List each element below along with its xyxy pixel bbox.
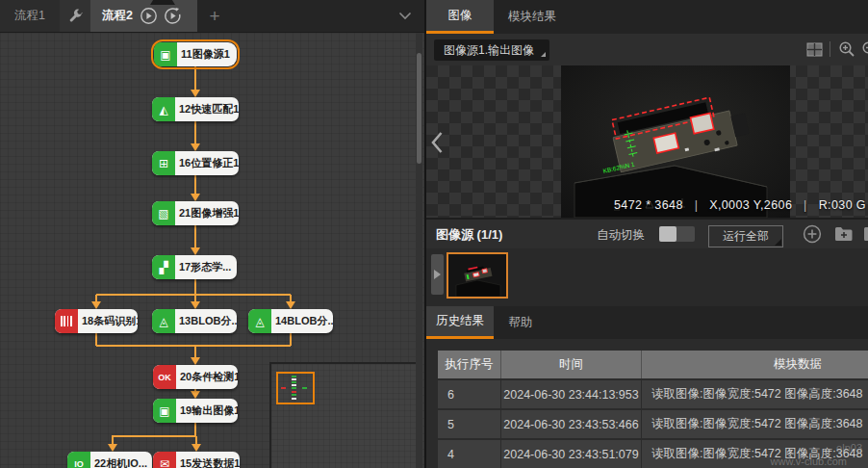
tab-help-label: 帮助 — [509, 315, 533, 331]
prev-image-chevron-icon[interactable] — [430, 131, 444, 154]
flow-node-label: 13BLOB分... — [175, 314, 237, 328]
thumbnail-strip — [426, 248, 868, 306]
tab-flow2[interactable]: 流程2 — [90, 0, 197, 32]
quad-view-icon[interactable] — [806, 42, 823, 57]
watermark-line1: oln03 — [836, 442, 862, 454]
toolbar-divider — [830, 41, 830, 57]
inspection-photo: KB:62%N 1 — [561, 65, 790, 218]
flow-canvas[interactable]: ▣ 11图像源1 ◭ 12快速匹配1 ⊞ 16位置修正1 ▧ 21图像增强1 ▞… — [0, 33, 424, 468]
strip-expander-button[interactable] — [431, 254, 444, 295]
image-source-dropdown[interactable]: 图像源1.输出图像 — [434, 39, 549, 61]
column-header-seq: 执行序号 — [438, 351, 501, 378]
table-header-row: 执行序号 时间 模块数据 — [438, 351, 868, 378]
plus-icon: + — [209, 6, 219, 27]
flow-tab-bar: 流程1 流程2 + — [0, 0, 424, 33]
flow-node-label: 16位置修正1 — [175, 156, 239, 170]
clipped-folder-icon[interactable] — [863, 225, 868, 242]
flow-node-camera-io[interactable]: IO 22相机IO... — [67, 452, 152, 468]
minimap-viewport[interactable] — [276, 372, 315, 404]
run-all-label: 运行全部 — [723, 228, 769, 245]
watermark-line2: www.v-club.com — [771, 455, 847, 467]
tab-flow1[interactable]: 流程1 — [0, 0, 60, 32]
cell-seq: 4 — [438, 440, 501, 468]
image-source-bar: 图像源 (1/1) 自动切换 运行全部 — [426, 220, 868, 248]
tab-flow2-label: 流程2 — [102, 8, 133, 24]
tab-help[interactable]: 帮助 — [494, 306, 548, 339]
status-resolution: 5472 * 3648 — [614, 198, 683, 212]
zoom-out-icon[interactable] — [861, 40, 868, 58]
run-loop-icon[interactable] — [164, 7, 182, 25]
thumbnail-preview — [448, 254, 506, 297]
flow-node-label: 14BLOB分... — [271, 314, 333, 328]
vision-app-window: 流程1 流程2 + — [0, 0, 868, 468]
tab-history-results[interactable]: 历史结果 — [426, 306, 494, 339]
run-once-icon[interactable] — [140, 7, 158, 25]
flow-node-label: 17形态学... — [175, 260, 235, 274]
cell-seq: 5 — [438, 410, 501, 438]
flow-node-blob1[interactable]: ◬ 13BLOB分... — [152, 309, 237, 333]
tab-image[interactable]: 图像 — [426, 0, 494, 34]
flow-node-image-source[interactable]: ▣ 11图像源1 — [154, 42, 237, 66]
run-all-corner — [775, 239, 781, 246]
flow-node-morphology[interactable]: ▞ 17形态学... — [152, 255, 237, 279]
run-all-button[interactable]: 运行全部 — [708, 225, 783, 247]
flow-node-position-fix[interactable]: ⊞ 16位置修正1 — [152, 151, 239, 175]
camera-io-icon: IO — [67, 452, 90, 468]
image-enhance-icon: ▧ — [152, 201, 175, 225]
flow-node-condition[interactable]: OK 20条件检测1 — [153, 365, 238, 389]
add-folder-icon[interactable] — [834, 225, 854, 242]
flow-node-label: 11图像源1 — [177, 47, 234, 62]
wrench-button[interactable] — [60, 0, 90, 32]
minimap[interactable] — [269, 362, 420, 468]
status-separator: | — [804, 198, 807, 212]
blob-analysis-icon: ◬ — [152, 309, 175, 333]
tab-history-label: 历史结果 — [436, 313, 484, 329]
tab-flow1-label: 流程1 — [14, 8, 45, 24]
column-header-data: 模块数据 — [642, 351, 868, 378]
flow-node-blob2[interactable]: ◬ 14BLOB分... — [248, 309, 333, 333]
viewer-tab-bar: 图像 模块结果 — [426, 0, 868, 34]
image-status-line: 5472 * 3648 | X,0003 Y,2606 | R:030 G — [614, 198, 866, 212]
auto-switch-toggle[interactable] — [659, 226, 695, 242]
image-thumbnail[interactable] — [447, 252, 508, 299]
zoom-in-icon[interactable] — [838, 40, 855, 58]
add-flow-button[interactable]: + — [202, 0, 227, 32]
wrench-icon — [68, 9, 83, 23]
auto-switch-label: 自动切换 — [597, 227, 645, 244]
flow-node-label: 18条码识别1 — [78, 314, 138, 328]
tab-module-result[interactable]: 模块结果 — [494, 0, 571, 34]
cell-time: 2024-06-30 23:43:51:079 — [501, 440, 642, 468]
flow-node-barcode[interactable]: 18条码识别1 — [55, 309, 138, 333]
right-panel: 图像 模块结果 图像源1.输出图像 — [424, 0, 868, 468]
column-header-time: 时间 — [501, 351, 642, 378]
flow-scrollbar-thumb[interactable] — [417, 53, 421, 164]
flow-node-output-image[interactable]: ▣ 19输出图像1 — [153, 399, 238, 423]
tab-module-result-label: 模块结果 — [508, 9, 556, 25]
flow-node-label: 12快速匹配1 — [175, 102, 239, 117]
table-row[interactable]: 5 2024-06-30 23:43:53:466 读取图像:图像宽度:5472… — [438, 410, 868, 438]
fast-match-icon: ◭ — [152, 97, 175, 121]
position-fix-icon: ⊞ — [152, 151, 175, 175]
tab-image-label: 图像 — [448, 8, 472, 24]
expander-arrow-icon — [434, 270, 441, 279]
image-viewer[interactable]: KB:62%N 1 5472 * 3648 | X,0003 Y,2606 | … — [426, 65, 868, 218]
viewer-toolbar: 图像源1.输出图像 — [426, 34, 868, 65]
flowbar-chevron-down-icon[interactable] — [398, 12, 412, 20]
output-image-icon: ▣ — [153, 399, 176, 423]
flow-node-label: 22相机IO... — [90, 456, 151, 468]
flow-node-send-data[interactable]: ✉ 15发送数据1 — [153, 452, 240, 468]
send-data-icon: ✉ — [153, 452, 176, 468]
table-row[interactable]: 6 2024-06-30 23:44:13:953 读取图像:图像宽度:5472… — [438, 380, 868, 408]
collapse-handle[interactable] — [150, 0, 175, 5]
results-tab-bar: 历史结果 帮助 — [426, 306, 868, 339]
image-source-dropdown-value: 图像源1.输出图像 — [444, 43, 534, 57]
add-image-icon[interactable] — [803, 224, 822, 244]
flow-node-image-enhance[interactable]: ▧ 21图像增强1 — [152, 201, 239, 225]
status-separator: | — [695, 198, 699, 212]
cell-time: 2024-06-30 23:44:13:953 — [501, 380, 642, 408]
flow-node-label: 20条件检测1 — [176, 370, 238, 384]
flow-node-label: 21图像增强1 — [175, 206, 239, 221]
flow-node-fast-match[interactable]: ◭ 12快速匹配1 — [152, 97, 239, 121]
cell-data: 读取图像:图像宽度:5472 图像高度:3648 — [642, 410, 868, 438]
barcode-icon — [55, 309, 78, 333]
